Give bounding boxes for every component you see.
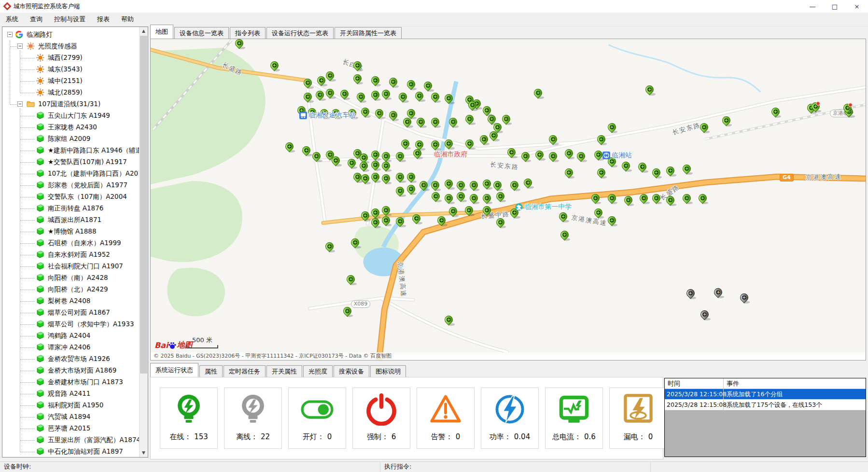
tree-item-device[interactable]: 汽贸城 A1894 [2, 411, 140, 423]
status-bar: 设备时钟: 执行指令: [0, 461, 868, 472]
tree-item-device[interactable]: 彭家巷（党校后面）A1977 [2, 180, 140, 191]
tree-item-device[interactable]: 石咀桥（自来水）A1999 [2, 237, 140, 249]
tree-item-device[interactable]: 南正街转盘 A1876 [2, 203, 140, 214]
map-scale-bar [186, 345, 218, 348]
tree-item-label: 金桥农贸市场 A1926 [47, 354, 111, 364]
bottom-tab-6[interactable]: 图标说明 [370, 365, 406, 377]
close-button[interactable]: × [846, 0, 868, 13]
menu-item[interactable]: 报表 [91, 13, 115, 26]
menu-item[interactable]: 帮助 [115, 13, 140, 26]
bottom-tab-0[interactable]: 系统运行状态 [150, 363, 198, 377]
bottom-tab-3[interactable]: 开关属性 [266, 365, 302, 377]
map-tab-3[interactable]: 设备运行状态一览表 [266, 27, 334, 39]
tree-item-device[interactable]: 陈家组 A2009 [2, 133, 140, 145]
menu-item[interactable]: 系统 [0, 13, 24, 26]
dev-icon [36, 389, 44, 398]
card-label: 功率： [490, 432, 511, 441]
tree-item-sensor[interactable]: 城西(2799) [2, 52, 140, 64]
tree-item-device[interactable]: 交警队东（107南）A2004 [2, 191, 140, 203]
tree-item-device[interactable]: 城西派出所A1871 [2, 214, 140, 226]
tree-expander-icon[interactable] [7, 32, 13, 37]
event-log-header: 时间 事件 [665, 378, 866, 389]
poi-label-text: 临湘长途汽车站 [308, 111, 356, 120]
card-label: 开灯： [303, 432, 324, 441]
tree-item-device[interactable]: 自来水斜对面 A1952 [2, 249, 140, 261]
tree-item-device[interactable]: 金桥大市场对面 A1869 [2, 365, 140, 376]
tree-item-device[interactable]: ★建新中路路口东 A1946（辅道灯） [2, 145, 140, 156]
poi-label[interactable]: 临湘长途汽车站 [299, 111, 356, 120]
tree-item-device[interactable]: ★交警队西(107南) A1917 [2, 156, 140, 168]
tree-item-label: 彭家巷（党校后面）A1977 [47, 180, 128, 190]
tree-item-device[interactable]: 烟草公司（求知中学）A1933 [2, 319, 140, 330]
map-tab-1[interactable]: 设备信息一览表 [174, 27, 229, 39]
tree-item-sensor[interactable]: 城东(3543) [2, 64, 140, 75]
tree-item-device[interactable]: 芭茅塘 A2015 [2, 423, 140, 434]
tree-item-label: 中石化加油站对面 A1897 [47, 447, 124, 457]
minimize-button[interactable]: — [801, 0, 824, 13]
tree-item-device[interactable]: 中石化加油站对面 A1897 [2, 446, 140, 457]
dev-icon [36, 146, 44, 154]
maximize-button[interactable]: □ [824, 0, 846, 13]
tree-expander-icon[interactable] [17, 43, 23, 49]
status-card-online: 在线：153 [160, 388, 218, 449]
dev-icon [36, 158, 44, 166]
tree-item-device[interactable]: 向阳桥（北）A2429 [2, 284, 140, 295]
tree-item-label: 城西(2799) [47, 53, 84, 63]
tree-item-sensor[interactable]: 城中(2151) [2, 75, 140, 87]
system-status-panel: 在线：153离线：22开灯：0强制：6告警：0功率：0.04总电流：0.6漏电：… [150, 377, 663, 459]
map-canvas[interactable]: ++++++++++++++++++++++++++++++++++++++++… [150, 39, 866, 361]
map-scale-label: 500 米 [186, 336, 218, 345]
tree-item-device[interactable]: 金桥农贸市场 A1926 [2, 353, 140, 365]
menu-item[interactable]: 查询 [24, 13, 48, 26]
dev-icon [36, 447, 44, 456]
tree-item-label: 鸿鹤路 A2404 [47, 331, 91, 341]
dev-icon [36, 204, 44, 212]
tree-item-label: 城西派出所A1871 [47, 215, 102, 225]
tree-item-device[interactable]: 社会福利院大门口 A1907 [2, 261, 140, 272]
event-log-row[interactable]: 2025/3/28 12:15:08系统加载了16个分组 [665, 389, 866, 400]
tree-item-device[interactable]: 梨树巷 A2408 [2, 295, 140, 307]
poi-label[interactable]: 文临湘市第一中学 [515, 203, 572, 211]
tree-item-device[interactable]: 鸿鹤路 A2404 [2, 330, 140, 342]
tree-root[interactable]: 临湘路灯 [2, 29, 140, 41]
sidebar-scrollbar[interactable]: ▲ ▼ [139, 27, 148, 457]
map-tab-4[interactable]: 开关回路属性一览表 [335, 27, 402, 39]
tree-group-sensors[interactable]: 光照度传感器 [2, 41, 140, 52]
tree-item-label: 南正街转盘 A1876 [47, 204, 104, 213]
tree-item-device[interactable]: 金桥建材市场门口 A1873 [2, 376, 140, 388]
event-log-row[interactable]: 2025/3/28 12:15:08系统加载了175个设备，在线153个 [665, 400, 866, 410]
tree-item-label: 金桥大市场对面 A1869 [47, 366, 117, 375]
bottom-tab-1[interactable]: 属性 [199, 365, 223, 377]
map-tab-0[interactable]: 地图 [150, 25, 173, 39]
tree-item-label: 社会福利院大门口 A1907 [47, 262, 124, 271]
bottom-tab-4[interactable]: 光照度 [303, 365, 333, 377]
map-tab-2[interactable]: 指令列表 [230, 27, 266, 39]
scrollbar-thumb[interactable] [140, 36, 147, 374]
folder-icon [27, 100, 35, 108]
tree-expander-icon[interactable] [17, 101, 23, 107]
tree-item-device[interactable]: 烟草公司对面 A1867 [2, 307, 140, 319]
tree-item-device[interactable]: 谭家冲 A2406 [2, 342, 140, 353]
bottom-tab-2[interactable]: 定时器任务 [224, 365, 266, 377]
poi-label[interactable]: 临湘市政府 [434, 150, 467, 159]
tree-item-device[interactable]: 福利院对面 A1950 [2, 400, 140, 411]
tree-group-devices[interactable]: 107国道沿线(31/31) [2, 98, 140, 110]
menu-item[interactable]: 控制与设置 [48, 13, 91, 26]
scroll-up-icon[interactable]: ▲ [140, 27, 148, 35]
tree-item-device[interactable]: 观音路 A2411 [2, 388, 140, 400]
tree-item-device[interactable]: 五尖山大门东 A1949 [2, 110, 140, 122]
tree-item-device[interactable]: 五里派出所（富源汽配）A1874 [2, 434, 140, 446]
bottom-tab-5[interactable]: 搜索设备 [334, 365, 369, 377]
menu-bar: 系统查询控制与设置报表帮助 [0, 13, 868, 27]
tree-item-device[interactable]: 向阳桥（南）A2428 [2, 272, 140, 284]
poi-label[interactable]: 临湘站 [602, 151, 632, 160]
scroll-down-icon[interactable]: ▼ [140, 449, 148, 457]
tree-item-device[interactable]: 王家珑巷 A2430 [2, 122, 140, 133]
sun-icon [36, 54, 44, 62]
log-col-event: 事件 [724, 378, 866, 389]
dev-icon [36, 355, 44, 363]
road-label: 京港澳高速 [805, 173, 841, 182]
tree-item-device[interactable]: 107北（建新中路路口西）A2014 [2, 168, 140, 180]
tree-item-device[interactable]: ★博物馆 A1888 [2, 226, 140, 237]
tree-item-sensor[interactable]: 城北(2859) [2, 87, 140, 98]
